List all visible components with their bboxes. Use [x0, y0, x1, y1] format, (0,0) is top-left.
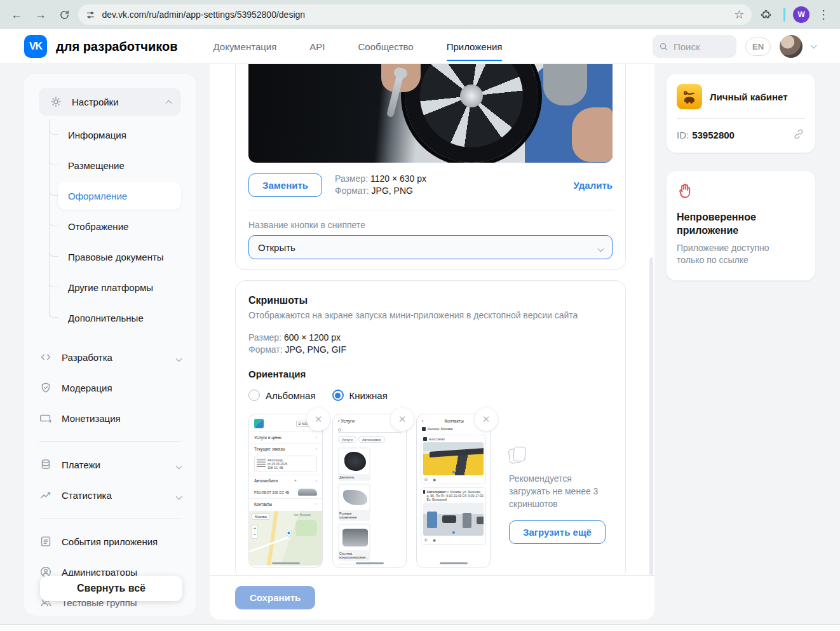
delete-link[interactable]: Удалить — [573, 180, 613, 191]
upload-recommendation: Рекомендуется загружать не менее 3 скрин… — [509, 414, 613, 568]
bookmark-star-icon[interactable]: ☆ — [734, 8, 744, 22]
recommendation-text: Рекомендуется загружать не менее 3 скрин… — [509, 472, 613, 510]
search-input[interactable]: Поиск — [653, 35, 736, 58]
app-icon — [677, 84, 702, 109]
location-icon: ◉ — [433, 538, 436, 542]
radio-circle[interactable] — [248, 390, 260, 401]
snippet-button-label: Название кнопки в сниппете — [248, 220, 613, 230]
phone-icon: ✆ — [424, 477, 428, 482]
sidebar-item-other-platforms[interactable]: Другие платформы — [24, 272, 196, 302]
screenshot-thumb-2[interactable]: ‹ Услуги Услуги Автосервис Двигатель Рул… — [332, 414, 407, 568]
screenshots-title: Скриншоты — [248, 295, 613, 306]
map-preview: Москва пос. Внуково +− — [249, 511, 322, 566]
sidebar-item-app-events[interactable]: События приложения — [24, 526, 196, 557]
site-settings-icon[interactable] — [86, 10, 95, 20]
sidebar-item-placement[interactable]: Размещение — [24, 150, 196, 180]
order-card: Автогород от 25.03.2025 308 CC 4B — [254, 456, 317, 472]
sidebar-divider — [39, 441, 181, 442]
stats-icon — [39, 488, 53, 502]
upload-more-button[interactable]: Загрузить ещё — [509, 520, 606, 544]
sidebar-item-additional[interactable]: Дополнительные — [24, 302, 196, 333]
radio-portrait[interactable]: Книжная — [332, 390, 388, 401]
stop-hand-icon — [677, 182, 693, 199]
contact-card: Автосервис: г. Москва, ул. Зелёная, д. 5… — [421, 487, 486, 545]
vk-logo[interactable]: VK — [24, 35, 47, 58]
orientation-label: Ориентация — [248, 369, 613, 379]
code-icon — [39, 350, 53, 364]
chevron-down-icon — [598, 245, 604, 252]
status-note: Приложение доступно только по ссылке — [677, 242, 797, 266]
reload-icon[interactable] — [55, 4, 75, 25]
settings-subtree: Информация Размещение Оформление Отображ… — [24, 119, 196, 333]
sidebar-item-moderation[interactable]: Модерация — [24, 372, 196, 403]
remove-screenshot-2-button[interactable]: ✕ — [391, 408, 414, 431]
cover-image — [248, 64, 613, 163]
screenshot-thumbnails: ₽ 300 Услуги и цены› Текущие заказы› Авт… — [248, 414, 613, 568]
chevron-down-icon[interactable] — [176, 355, 182, 362]
sidebar-item-design[interactable]: Оформление — [24, 180, 196, 211]
cover-meta: Размер: 1120 × 630 px Формат: JPG, PNG — [335, 173, 426, 197]
screenshot-thumb-1[interactable]: ₽ 300 Услуги и цены› Текущие заказы› Авт… — [248, 414, 323, 568]
screenshots-stack-icon — [509, 447, 525, 463]
save-button[interactable]: Сохранить — [235, 586, 315, 609]
sidebar-group-settings[interactable]: Настройки — [39, 88, 181, 116]
screenshots-subtitle: Отображаются на экране запуска мини-прил… — [248, 310, 613, 320]
browser-profile-avatar[interactable]: W — [793, 6, 810, 23]
qr-code — [257, 458, 266, 467]
sidebar-item-development[interactable]: Разработка — [24, 342, 196, 372]
radio-circle-checked[interactable] — [332, 390, 344, 401]
scrollbar-thumb[interactable] — [649, 257, 653, 575]
search-icon — [659, 42, 668, 51]
app-status-card: Непроверенное приложение Приложение дост… — [666, 170, 816, 281]
chevron-down-icon[interactable] — [811, 43, 817, 49]
sidebar-item-payments[interactable]: Платежи — [24, 449, 196, 480]
divider — [677, 118, 805, 119]
nav-api[interactable]: API — [309, 29, 325, 64]
browser-toolbar: ← → dev.vk.com/ru/admin/app-settings/539… — [0, 0, 840, 29]
sidebar-divider — [39, 518, 181, 519]
main-nav: Документация API Сообщество Приложения — [213, 29, 503, 64]
chevron-up-icon[interactable] — [166, 100, 172, 106]
back-icon[interactable]: ← — [6, 4, 27, 25]
language-toggle[interactable]: EN — [745, 37, 771, 56]
site-title: для разработчиков — [56, 39, 178, 54]
map-pin-icon — [285, 529, 293, 537]
extensions-icon[interactable] — [755, 4, 776, 25]
remove-screenshot-3-button[interactable]: ✕ — [475, 408, 498, 431]
car-photo — [298, 489, 317, 496]
browser-menu-icon[interactable]: ⋮ — [813, 4, 834, 25]
sidebar-item-display[interactable]: Отображение — [24, 211, 196, 241]
copy-link-icon[interactable] — [792, 128, 805, 142]
search-placeholder: Поиск — [674, 41, 700, 52]
gear-icon — [49, 95, 63, 109]
radio-landscape[interactable]: Альбомная — [248, 390, 316, 401]
user-avatar[interactable] — [780, 35, 803, 58]
app-id-value: 53952800 — [692, 130, 735, 140]
nav-apps[interactable]: Приложения — [447, 29, 503, 64]
replace-button[interactable]: Заменить — [248, 173, 322, 197]
forward-icon[interactable]: → — [30, 4, 51, 25]
collapse-all-tooltip[interactable]: Свернуть всё — [40, 576, 182, 601]
snippet-button-select[interactable]: Открыть — [248, 235, 613, 259]
remove-screenshot-1-button[interactable]: ✕ — [307, 408, 330, 431]
sidebar-item-statistics[interactable]: Статистика — [24, 480, 196, 510]
chevron-down-icon[interactable] — [176, 463, 182, 469]
main-scroll-area: Заменить Размер: 1120 × 630 px Формат: J… — [210, 64, 654, 575]
address-bar[interactable]: dev.vk.com/ru/admin/app-settings/5395280… — [78, 4, 752, 25]
select-value: Открыть — [258, 242, 295, 253]
sidebar-item-information[interactable]: Информация — [24, 119, 196, 150]
app-info-card: Личный кабинет ID: 53952800 — [666, 73, 816, 153]
url-text[interactable]: dev.vk.com/ru/admin/app-settings/5395280… — [102, 10, 728, 20]
chevron-down-icon[interactable] — [176, 493, 182, 499]
shield-check-icon — [39, 381, 53, 395]
mini-app-logo — [254, 419, 264, 428]
phone-icon: ✆ — [424, 538, 428, 542]
sidebar-item-legal-docs[interactable]: Правовые документы — [24, 241, 196, 272]
nav-documentation[interactable]: Документация — [213, 29, 277, 64]
sidebar-item-monetization[interactable]: Монетизация — [24, 403, 196, 433]
screenshot-thumb-3[interactable]: ‹Контакты Регион: Москва Auto Detail ✆◉ — [416, 414, 491, 568]
nav-community[interactable]: Сообщество — [358, 29, 414, 64]
building-icon — [423, 437, 427, 441]
building-icon — [423, 490, 425, 494]
form-footer: Сохранить — [210, 575, 654, 620]
